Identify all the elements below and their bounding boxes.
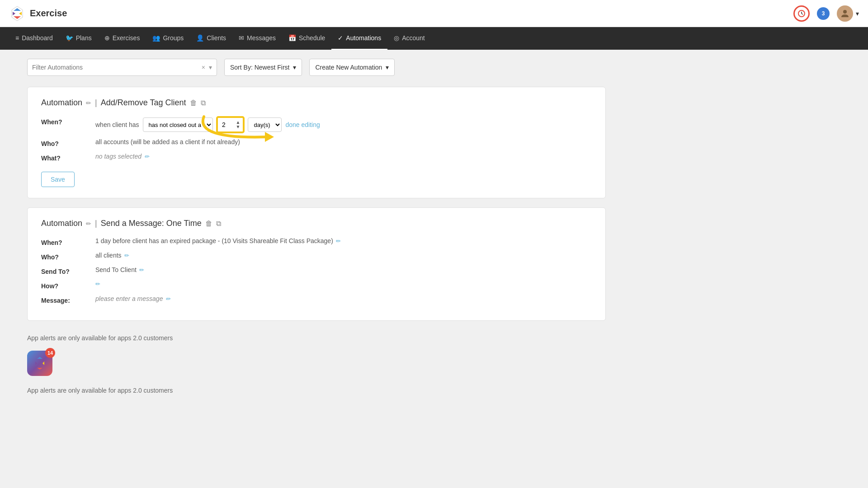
nav-account[interactable]: ◎ Account — [387, 27, 431, 50]
automation-2-when-label: When? — [41, 237, 95, 246]
when-prefix: when client has — [95, 121, 139, 128]
automation-2-message-text: please enter a message — [95, 295, 163, 302]
automation-2-how-label: How? — [41, 281, 95, 290]
avatar-button[interactable]: ▾ — [837, 5, 859, 22]
automation-2-when-pencil[interactable]: ✏ — [336, 238, 341, 244]
top-bar-right: 3 ▾ — [793, 5, 859, 22]
create-dropdown[interactable]: Create New Automation ▾ — [309, 59, 395, 76]
nav-automations[interactable]: ✓ Automations — [331, 27, 387, 50]
automation-2-who-row: Who? all clients ✏ — [41, 252, 592, 261]
who-value-text: all accounts (will be added as a client … — [95, 138, 240, 145]
automation-2-sendto-text: Send To Client — [95, 266, 137, 273]
sort-dropdown[interactable]: Sort By: Newest First ▾ — [224, 59, 302, 76]
nav-groups[interactable]: 👥 Groups — [146, 27, 190, 50]
automation-2-how-pencil[interactable]: ✏ — [95, 281, 100, 287]
nav-plans[interactable]: 🐦 Plans — [59, 27, 98, 50]
filter-dropdown-icon[interactable]: ▾ — [209, 64, 212, 71]
automation-1-copy-icon[interactable]: ⧉ — [201, 99, 206, 107]
sort-label: Sort By: Newest First — [230, 64, 289, 71]
app-badge-count: 14 — [45, 348, 55, 358]
automation-2-how-value: ✏ — [95, 281, 100, 287]
automation-2-who-text: all clients — [95, 252, 122, 259]
automations-icon: ✓ — [338, 34, 343, 42]
groups-icon: 👥 — [152, 34, 160, 42]
automation-2-who-pencil[interactable]: ✏ — [124, 252, 129, 259]
nav-schedule-label: Schedule — [299, 34, 325, 42]
app-icon-section: 14 — [27, 346, 606, 385]
app-alert-2-text: App alerts are only available for apps 2… — [27, 387, 606, 394]
messages-icon: ✉ — [239, 34, 244, 42]
timer-button[interactable] — [793, 5, 810, 22]
logo-icon — [9, 5, 25, 22]
days-number-input[interactable] — [221, 121, 234, 128]
app-alert-2: App alerts are only available for apps 2… — [27, 385, 606, 396]
automation-2-sendto-pencil[interactable]: ✏ — [139, 267, 144, 273]
automation-1: Automation ✏ | Add/Remove Tag Client 🗑 ⧉… — [27, 87, 606, 198]
done-editing-link[interactable]: done editing — [285, 121, 320, 128]
nav-exercises-label: Exercises — [113, 34, 140, 42]
automation-2-message-label: Message: — [41, 295, 95, 304]
nav-account-label: Account — [402, 34, 425, 42]
filter-clear-icon[interactable]: × — [202, 64, 205, 71]
automation-2-trash-icon[interactable]: 🗑 — [205, 220, 212, 228]
automation-1-prefix: Automation — [41, 98, 82, 108]
automation-1-when-value: when client has has not closed out a ▲ ▼… — [95, 117, 320, 133]
nav-clients[interactable]: 👤 Clients — [190, 27, 232, 50]
automation-2-when-text: 1 day before client has an expired packa… — [95, 237, 333, 244]
nav-automations-label: Automations — [346, 34, 381, 42]
app-icon-badge: 14 — [27, 351, 52, 376]
save-button[interactable]: Save — [41, 172, 75, 187]
automation-1-what-row: What? no tags selected ✏ — [41, 153, 592, 162]
app-name: Exercise — [30, 8, 67, 19]
period-select[interactable]: day(s) — [248, 117, 282, 132]
automation-1-what-value: no tags selected ✏ — [95, 153, 149, 160]
nav-dashboard[interactable]: ≡ Dashboard — [9, 27, 59, 50]
account-icon: ◎ — [394, 34, 399, 42]
automation-2-copy-icon[interactable]: ⧉ — [216, 220, 221, 228]
clients-icon: 👤 — [196, 34, 204, 42]
automation-2-who-label: Who? — [41, 252, 95, 261]
nav-schedule[interactable]: 📅 Schedule — [282, 27, 331, 50]
automation-1-who-label: Who? — [41, 138, 95, 147]
automation-1-who-value: all accounts (will be added as a client … — [95, 138, 240, 145]
automation-2-prefix: Automation — [41, 219, 82, 228]
top-bar: Exercise 3 ▾ — [0, 0, 868, 27]
number-input-box: ▲ ▼ — [217, 117, 245, 133]
spinner-down-button[interactable]: ▼ — [236, 125, 241, 129]
automation-2-edit-icon[interactable]: ✏ — [86, 220, 91, 227]
exercises-icon: ⊕ — [104, 34, 110, 42]
what-edit-pencil[interactable]: ✏ — [144, 153, 149, 160]
automation-2-how-row: How? ✏ — [41, 281, 592, 290]
avatar-chevron: ▾ — [856, 10, 859, 17]
when-condition-select[interactable]: has not closed out a — [143, 117, 213, 132]
schedule-icon: 📅 — [288, 34, 296, 42]
automation-1-when-row: When? when client has has not closed out… — [41, 117, 592, 133]
nav-plans-label: Plans — [76, 34, 92, 42]
automation-1-when-label: When? — [41, 117, 95, 126]
automation-2-message-pencil[interactable]: ✏ — [165, 296, 170, 302]
filter-input-wrapper: × ▾ — [27, 59, 217, 76]
automation-1-edit-icon[interactable]: ✏ — [86, 99, 91, 107]
automation-2-when-value: 1 day before client has an expired packa… — [95, 237, 341, 244]
automation-1-who-row: Who? all accounts (will be added as a cl… — [41, 138, 592, 147]
app-alert-1-text: App alerts are only available for apps 2… — [27, 334, 606, 342]
filter-actions: × ▾ — [202, 64, 212, 71]
clock-svg — [797, 9, 806, 18]
app-logo-svg — [32, 355, 48, 371]
nav-messages-label: Messages — [247, 34, 276, 42]
notification-badge: 3 — [817, 7, 830, 20]
logo-area: Exercise — [9, 5, 67, 22]
automation-1-title: Automation ✏ | Add/Remove Tag Client 🗑 ⧉ — [41, 98, 592, 108]
nav-messages[interactable]: ✉ Messages — [232, 27, 282, 50]
what-value-text: no tags selected — [95, 153, 142, 160]
notification-button[interactable]: 3 — [817, 7, 830, 20]
automation-1-trash-icon[interactable]: 🗑 — [190, 99, 197, 107]
automation-2-sendto-row: Send To? Send To Client ✏ — [41, 266, 592, 275]
filter-input[interactable] — [32, 64, 202, 71]
create-label: Create New Automation — [315, 64, 382, 71]
automation-2: Automation ✏ | Send a Message: One Time … — [27, 207, 606, 321]
create-icon: ▾ — [386, 64, 389, 71]
nav-exercises[interactable]: ⊕ Exercises — [98, 27, 146, 50]
app-alert-1: App alerts are only available for apps 2… — [27, 330, 606, 346]
automation-2-message-row: Message: please enter a message ✏ — [41, 295, 592, 304]
